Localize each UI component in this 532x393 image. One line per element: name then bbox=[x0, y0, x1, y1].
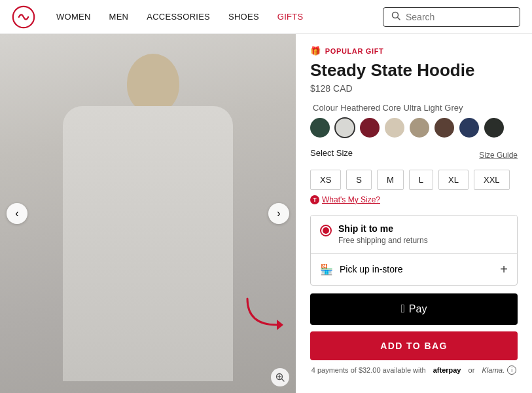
shipping-options: Ship it to me Free shipping and returns … bbox=[310, 215, 518, 286]
search-input[interactable] bbox=[406, 12, 512, 22]
pickup-in-store-option[interactable]: 🏪 Pick up in-store + bbox=[311, 253, 517, 285]
klarna-logo: Klarna. bbox=[482, 366, 505, 374]
nav-shoes[interactable]: SHOES bbox=[228, 12, 259, 22]
product-title: Steady State Hoodie bbox=[310, 61, 518, 81]
size-l[interactable]: L bbox=[409, 170, 433, 190]
zoom-button[interactable] bbox=[271, 368, 289, 386]
svg-line-7 bbox=[282, 379, 285, 382]
size-xl[interactable]: XL bbox=[438, 170, 469, 190]
product-price: $128 CAD bbox=[310, 83, 518, 94]
size-xxl[interactable]: XXL bbox=[474, 170, 510, 190]
svg-line-2 bbox=[398, 17, 400, 20]
gift-icon: 🎁 bbox=[310, 46, 321, 56]
add-to-bag-button[interactable]: ADD TO BAG bbox=[310, 331, 518, 360]
size-m[interactable]: M bbox=[377, 170, 404, 190]
swatch-dark-green[interactable] bbox=[310, 118, 330, 138]
apple-icon:  bbox=[401, 303, 405, 316]
size-buttons: XS S M L XL XXL bbox=[310, 170, 518, 190]
swatch-dark[interactable] bbox=[484, 118, 504, 138]
whats-my-size-link[interactable]: T What's My Size? bbox=[310, 195, 518, 204]
afterpay-logo: afterpay bbox=[433, 366, 461, 374]
nav-gifts[interactable]: GIFTS bbox=[277, 12, 304, 22]
image-next-button[interactable]: › bbox=[268, 203, 289, 224]
nav-men[interactable]: MEN bbox=[109, 12, 129, 22]
swatch-light-grey[interactable] bbox=[335, 118, 355, 138]
swatch-brown[interactable] bbox=[434, 118, 454, 138]
popular-gift-badge: 🎁 POPULAR GIFT bbox=[310, 46, 518, 56]
nav-accessories[interactable]: ACCESSORIES bbox=[147, 12, 210, 22]
svg-marker-3 bbox=[277, 320, 283, 330]
swatch-burgundy[interactable] bbox=[360, 118, 380, 138]
main-content: ‹ › 🎁 POPULAR GIFT Steady State Hoodie $… bbox=[0, 34, 532, 393]
product-details-panel: 🎁 POPULAR GIFT Steady State Hoodie $128 … bbox=[296, 34, 532, 393]
swatch-taupe[interactable] bbox=[410, 118, 429, 138]
size-s[interactable]: S bbox=[346, 170, 372, 190]
product-image-area: ‹ › bbox=[0, 34, 296, 393]
ship-radio bbox=[320, 225, 332, 236]
info-icon[interactable]: i bbox=[507, 365, 516, 375]
store-icon: 🏪 bbox=[320, 263, 333, 276]
afterpay-note: 4 payments of $32.00 available with afte… bbox=[310, 365, 518, 375]
colour-value: Heathered Core Ultra Light Grey bbox=[340, 103, 463, 113]
size-icon: T bbox=[310, 195, 319, 204]
apple-pay-button[interactable]:  Pay bbox=[310, 293, 518, 325]
search-bar[interactable] bbox=[383, 7, 520, 27]
size-header: Select Size Size Guide bbox=[310, 148, 518, 163]
swatch-navy[interactable] bbox=[459, 118, 479, 138]
ship-to-me-option[interactable]: Ship it to me Free shipping and returns bbox=[311, 215, 517, 253]
nav-women[interactable]: WOMEN bbox=[56, 12, 91, 22]
nav-links: WOMEN MEN ACCESSORIES SHOES GIFTS bbox=[56, 12, 362, 22]
pickup-label: Pick up in-store bbox=[340, 264, 493, 274]
colour-label: ColourHeathered Core Ultra Light Grey bbox=[310, 103, 518, 113]
ship-to-me-text: Ship it to me Free shipping and returns bbox=[338, 223, 428, 246]
size-guide-link[interactable]: Size Guide bbox=[479, 151, 518, 160]
badge-label: POPULAR GIFT bbox=[325, 47, 384, 55]
size-label: Select Size bbox=[310, 148, 353, 158]
ship-radio-inner bbox=[323, 227, 329, 234]
swatch-cream[interactable] bbox=[385, 118, 404, 138]
size-xs[interactable]: XS bbox=[310, 170, 341, 190]
lululemon-logo[interactable] bbox=[12, 5, 35, 29]
image-prev-button[interactable]: ‹ bbox=[7, 203, 27, 224]
colour-swatches bbox=[310, 118, 518, 138]
navigation: WOMEN MEN ACCESSORIES SHOES GIFTS bbox=[0, 0, 532, 34]
arrow-overlay bbox=[241, 292, 287, 341]
pickup-expand-icon: + bbox=[500, 262, 508, 277]
search-icon bbox=[391, 11, 400, 23]
